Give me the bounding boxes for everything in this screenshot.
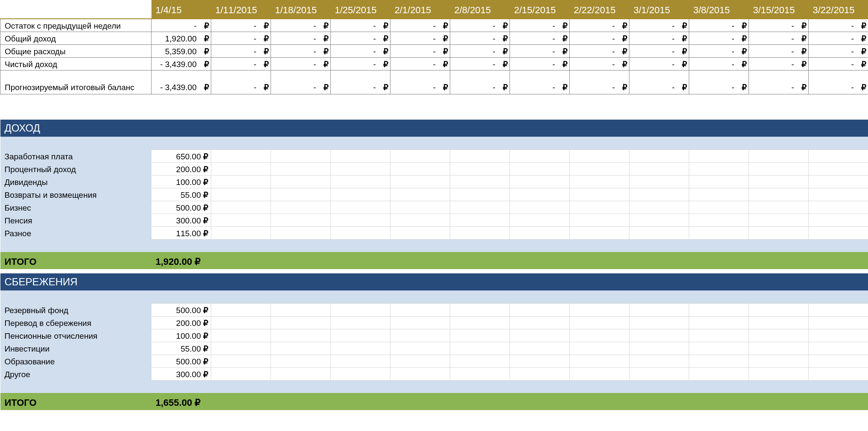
item-empty-cell[interactable]	[629, 188, 689, 201]
summary-cell[interactable]: - ₽	[151, 19, 211, 32]
item-empty-cell[interactable]	[749, 226, 809, 239]
summary-cell[interactable]: - ₽	[271, 32, 331, 44]
summary-cell[interactable]: - ₽	[689, 44, 749, 57]
item-empty-cell[interactable]	[689, 175, 749, 188]
summary-cell[interactable]: - ₽	[450, 44, 510, 57]
item-empty-cell[interactable]	[271, 175, 331, 188]
date-header[interactable]: 3/15/2015	[749, 0, 809, 19]
item-empty-cell[interactable]	[570, 188, 629, 201]
date-header[interactable]: 2/8/2015	[450, 0, 510, 19]
summary-row-label[interactable]: Чистый доход	[0, 57, 151, 70]
item-label[interactable]: Заработная плата	[0, 150, 151, 162]
item-empty-cell[interactable]	[211, 303, 271, 316]
item-empty-cell[interactable]	[510, 188, 570, 201]
item-label[interactable]: Пенсионные отчисления	[0, 329, 151, 342]
item-empty-cell[interactable]	[390, 162, 450, 175]
item-empty-cell[interactable]	[390, 355, 450, 367]
date-header[interactable]: 1/18/2015	[271, 0, 331, 19]
item-empty-cell[interactable]	[450, 342, 510, 355]
item-empty-cell[interactable]	[749, 329, 809, 342]
summary-cell[interactable]: - ₽	[271, 57, 331, 70]
item-empty-cell[interactable]	[331, 355, 390, 367]
item-empty-cell[interactable]	[450, 355, 510, 367]
summary-cell[interactable]: - ₽	[390, 44, 450, 57]
summary-cell[interactable]: - ₽	[629, 32, 689, 44]
item-empty-cell[interactable]	[629, 367, 689, 380]
summary-cell[interactable]: - ₽	[749, 32, 809, 44]
item-empty-cell[interactable]	[331, 342, 390, 355]
item-empty-cell[interactable]	[689, 367, 749, 380]
item-empty-cell[interactable]	[211, 188, 271, 201]
summary-cell[interactable]: - ₽	[390, 57, 450, 70]
item-empty-cell[interactable]	[510, 214, 570, 226]
item-empty-cell[interactable]	[331, 214, 390, 226]
item-empty-cell[interactable]	[331, 316, 390, 329]
item-empty-cell[interactable]	[211, 342, 271, 355]
summary-cell[interactable]: - ₽	[570, 44, 629, 57]
summary-cell[interactable]: - ₽	[510, 70, 570, 94]
item-empty-cell[interactable]	[211, 150, 271, 162]
summary-cell[interactable]: - 3,439.00 ₽	[151, 57, 211, 70]
item-empty-cell[interactable]	[749, 175, 809, 188]
item-empty-cell[interactable]	[390, 329, 450, 342]
item-empty-cell[interactable]	[331, 188, 390, 201]
item-empty-cell[interactable]	[809, 329, 868, 342]
item-empty-cell[interactable]	[510, 303, 570, 316]
item-empty-cell[interactable]	[510, 226, 570, 239]
item-empty-cell[interactable]	[809, 355, 868, 367]
item-empty-cell[interactable]	[570, 316, 629, 329]
item-empty-cell[interactable]	[331, 162, 390, 175]
item-value-cell[interactable]: 300.00 ₽	[151, 367, 211, 380]
item-empty-cell[interactable]	[271, 201, 331, 214]
item-empty-cell[interactable]	[570, 150, 629, 162]
item-empty-cell[interactable]	[809, 342, 868, 355]
item-value-cell[interactable]: 100.00 ₽	[151, 175, 211, 188]
summary-cell[interactable]: - ₽	[510, 57, 570, 70]
item-empty-cell[interactable]	[390, 342, 450, 355]
summary-cell[interactable]: 5,359.00 ₽	[151, 44, 211, 57]
item-empty-cell[interactable]	[211, 316, 271, 329]
item-empty-cell[interactable]	[450, 367, 510, 380]
item-empty-cell[interactable]	[450, 226, 510, 239]
item-empty-cell[interactable]	[450, 303, 510, 316]
item-label[interactable]: Дивиденды	[0, 175, 151, 188]
item-empty-cell[interactable]	[570, 355, 629, 367]
summary-row-label[interactable]: Остаток с предыдущей недели	[0, 19, 151, 32]
summary-cell[interactable]: - ₽	[809, 70, 868, 94]
item-empty-cell[interactable]	[390, 367, 450, 380]
summary-cell[interactable]: - ₽	[809, 19, 868, 32]
item-label[interactable]: Разное	[0, 226, 151, 239]
item-empty-cell[interactable]	[570, 303, 629, 316]
item-value-cell[interactable]: 500.00 ₽	[151, 355, 211, 367]
item-empty-cell[interactable]	[510, 162, 570, 175]
item-empty-cell[interactable]	[809, 303, 868, 316]
summary-cell[interactable]: - ₽	[211, 19, 271, 32]
summary-cell[interactable]: - ₽	[450, 19, 510, 32]
summary-cell[interactable]: - ₽	[211, 70, 271, 94]
item-empty-cell[interactable]	[331, 150, 390, 162]
item-empty-cell[interactable]	[749, 367, 809, 380]
summary-cell[interactable]: - ₽	[510, 32, 570, 44]
item-empty-cell[interactable]	[390, 316, 450, 329]
date-header[interactable]: 2/22/2015	[570, 0, 629, 19]
item-empty-cell[interactable]	[809, 188, 868, 201]
item-label[interactable]: Образование	[0, 355, 151, 367]
summary-cell[interactable]: - ₽	[570, 19, 629, 32]
summary-row-label[interactable]: Прогнозируемый итоговый баланс	[0, 70, 151, 94]
item-empty-cell[interactable]	[211, 162, 271, 175]
item-empty-cell[interactable]	[450, 188, 510, 201]
item-empty-cell[interactable]	[749, 214, 809, 226]
item-empty-cell[interactable]	[629, 355, 689, 367]
item-empty-cell[interactable]	[570, 201, 629, 214]
summary-cell[interactable]: - ₽	[689, 32, 749, 44]
item-empty-cell[interactable]	[689, 162, 749, 175]
item-empty-cell[interactable]	[510, 367, 570, 380]
item-label[interactable]: Другое	[0, 367, 151, 380]
item-empty-cell[interactable]	[809, 175, 868, 188]
summary-cell[interactable]: - ₽	[570, 70, 629, 94]
item-empty-cell[interactable]	[390, 175, 450, 188]
date-header[interactable]: 2/1/2015	[390, 0, 450, 19]
item-empty-cell[interactable]	[809, 162, 868, 175]
item-empty-cell[interactable]	[510, 316, 570, 329]
item-empty-cell[interactable]	[211, 201, 271, 214]
